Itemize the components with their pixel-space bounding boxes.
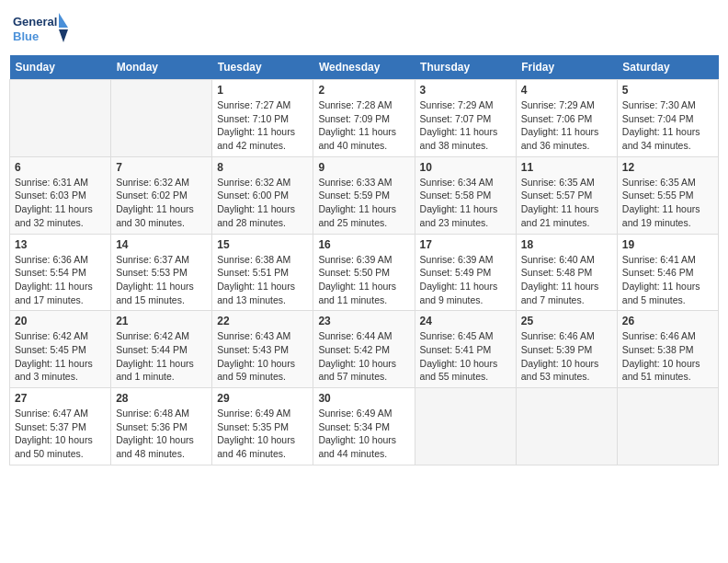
calendar-cell: 18Sunrise: 6:40 AMSunset: 5:48 PMDayligh… [516,234,617,311]
day-info: Sunrise: 6:49 AMSunset: 5:34 PMDaylight:… [318,407,409,461]
svg-marker-2 [59,13,68,28]
day-number: 7 [116,161,207,174]
calendar-cell: 24Sunrise: 6:45 AMSunset: 5:41 PMDayligh… [415,311,516,388]
calendar-cell [617,388,718,465]
day-number: 25 [521,315,612,327]
day-number: 28 [116,392,207,405]
day-number: 3 [420,84,511,97]
day-number: 15 [217,238,308,251]
calendar-header: SundayMondayTuesdayWednesdayThursdayFrid… [10,55,719,80]
day-number: 23 [318,315,409,327]
day-number: 1 [217,84,308,97]
day-info: Sunrise: 6:32 AMSunset: 6:02 PMDaylight:… [116,176,207,230]
day-number: 30 [318,392,409,405]
day-number: 26 [622,315,713,327]
calendar-cell: 4Sunrise: 7:29 AMSunset: 7:06 PMDaylight… [516,80,617,157]
calendar-cell: 17Sunrise: 6:39 AMSunset: 5:49 PMDayligh… [415,234,516,311]
day-number: 4 [521,84,612,97]
day-info: Sunrise: 6:46 AMSunset: 5:39 PMDaylight:… [521,329,612,384]
calendar-cell [516,388,617,465]
calendar-cell: 19Sunrise: 6:41 AMSunset: 5:46 PMDayligh… [617,234,718,311]
day-number: 10 [420,161,511,174]
calendar-cell [415,388,516,465]
day-number: 17 [420,238,511,251]
day-number: 21 [116,315,207,327]
calendar-cell: 12Sunrise: 6:35 AMSunset: 5:55 PMDayligh… [617,156,718,234]
day-info: Sunrise: 6:46 AMSunset: 5:38 PMDaylight:… [622,329,713,384]
calendar-cell: 21Sunrise: 6:42 AMSunset: 5:44 PMDayligh… [111,311,212,388]
calendar-cell: 26Sunrise: 6:46 AMSunset: 5:38 PMDayligh… [617,311,718,388]
day-info: Sunrise: 7:30 AMSunset: 7:04 PMDaylight:… [622,98,713,153]
day-number: 22 [217,315,308,327]
day-info: Sunrise: 6:31 AMSunset: 6:03 PMDaylight:… [15,176,106,230]
logo-svg: General Blue [13,9,68,48]
calendar-cell: 2Sunrise: 7:28 AMSunset: 7:09 PMDaylight… [313,80,415,157]
svg-text:Blue: Blue [13,29,39,43]
day-info: Sunrise: 6:40 AMSunset: 5:48 PMDaylight:… [521,253,612,307]
day-info: Sunrise: 6:49 AMSunset: 5:35 PMDaylight:… [217,407,308,461]
calendar-cell: 7Sunrise: 6:32 AMSunset: 6:02 PMDaylight… [111,156,212,234]
svg-text:General: General [13,15,57,29]
calendar-cell: 28Sunrise: 6:48 AMSunset: 5:36 PMDayligh… [111,388,212,465]
day-info: Sunrise: 6:48 AMSunset: 5:36 PMDaylight:… [116,407,207,461]
calendar-cell: 13Sunrise: 6:36 AMSunset: 5:54 PMDayligh… [10,234,111,311]
calendar-table: SundayMondayTuesdayWednesdayThursdayFrid… [9,55,719,465]
day-info: Sunrise: 6:42 AMSunset: 5:45 PMDaylight:… [15,329,106,384]
week-row-1: 1Sunrise: 7:27 AMSunset: 7:10 PMDaylight… [10,80,719,157]
calendar-cell: 25Sunrise: 6:46 AMSunset: 5:39 PMDayligh… [516,311,617,388]
calendar-cell: 5Sunrise: 7:30 AMSunset: 7:04 PMDaylight… [617,80,718,157]
svg-marker-3 [59,29,68,42]
header-monday: Monday [111,55,212,80]
calendar-cell [10,80,111,157]
header-thursday: Thursday [415,55,516,80]
day-info: Sunrise: 6:33 AMSunset: 5:59 PMDaylight:… [318,176,409,230]
day-info: Sunrise: 6:43 AMSunset: 5:43 PMDaylight:… [217,329,308,384]
day-number: 2 [318,84,409,97]
week-row-4: 20Sunrise: 6:42 AMSunset: 5:45 PMDayligh… [10,311,719,388]
day-number: 27 [15,392,106,405]
calendar-cell [111,80,212,157]
week-row-3: 13Sunrise: 6:36 AMSunset: 5:54 PMDayligh… [10,234,719,311]
calendar-cell: 23Sunrise: 6:44 AMSunset: 5:42 PMDayligh… [313,311,415,388]
day-number: 16 [318,238,409,251]
day-info: Sunrise: 6:32 AMSunset: 6:00 PMDaylight:… [217,176,308,230]
day-number: 6 [15,161,106,174]
day-info: Sunrise: 6:39 AMSunset: 5:49 PMDaylight:… [420,253,511,307]
header-friday: Friday [516,55,617,80]
calendar-cell: 22Sunrise: 6:43 AMSunset: 5:43 PMDayligh… [212,311,313,388]
header-row: SundayMondayTuesdayWednesdayThursdayFrid… [10,55,719,80]
logo: General Blue [13,9,68,48]
calendar-cell: 8Sunrise: 6:32 AMSunset: 6:00 PMDaylight… [212,156,313,234]
header-tuesday: Tuesday [212,55,313,80]
day-number: 14 [116,238,207,251]
calendar-body: 1Sunrise: 7:27 AMSunset: 7:10 PMDaylight… [10,80,719,465]
day-info: Sunrise: 6:39 AMSunset: 5:50 PMDaylight:… [318,253,409,307]
day-number: 19 [622,238,713,251]
day-info: Sunrise: 7:28 AMSunset: 7:09 PMDaylight:… [318,98,409,153]
day-number: 18 [521,238,612,251]
day-info: Sunrise: 6:38 AMSunset: 5:51 PMDaylight:… [217,253,308,307]
day-number: 29 [217,392,308,405]
page-header: General Blue [9,9,719,48]
header-saturday: Saturday [617,55,718,80]
header-wednesday: Wednesday [313,55,415,80]
day-number: 11 [521,161,612,174]
calendar-cell: 9Sunrise: 6:33 AMSunset: 5:59 PMDaylight… [313,156,415,234]
calendar-cell: 1Sunrise: 7:27 AMSunset: 7:10 PMDaylight… [212,80,313,157]
calendar-cell: 10Sunrise: 6:34 AMSunset: 5:58 PMDayligh… [415,156,516,234]
day-number: 24 [420,315,511,327]
calendar-cell: 3Sunrise: 7:29 AMSunset: 7:07 PMDaylight… [415,80,516,157]
calendar-cell: 16Sunrise: 6:39 AMSunset: 5:50 PMDayligh… [313,234,415,311]
week-row-2: 6Sunrise: 6:31 AMSunset: 6:03 PMDaylight… [10,156,719,234]
calendar-cell: 27Sunrise: 6:47 AMSunset: 5:37 PMDayligh… [10,388,111,465]
day-number: 9 [318,161,409,174]
calendar-cell: 20Sunrise: 6:42 AMSunset: 5:45 PMDayligh… [10,311,111,388]
calendar-cell: 15Sunrise: 6:38 AMSunset: 5:51 PMDayligh… [212,234,313,311]
day-info: Sunrise: 6:35 AMSunset: 5:55 PMDaylight:… [622,176,713,230]
calendar-cell: 14Sunrise: 6:37 AMSunset: 5:53 PMDayligh… [111,234,212,311]
day-number: 8 [217,161,308,174]
calendar-cell: 11Sunrise: 6:35 AMSunset: 5:57 PMDayligh… [516,156,617,234]
day-info: Sunrise: 7:29 AMSunset: 7:06 PMDaylight:… [521,98,612,153]
day-number: 20 [15,315,106,327]
day-info: Sunrise: 6:44 AMSunset: 5:42 PMDaylight:… [318,329,409,384]
